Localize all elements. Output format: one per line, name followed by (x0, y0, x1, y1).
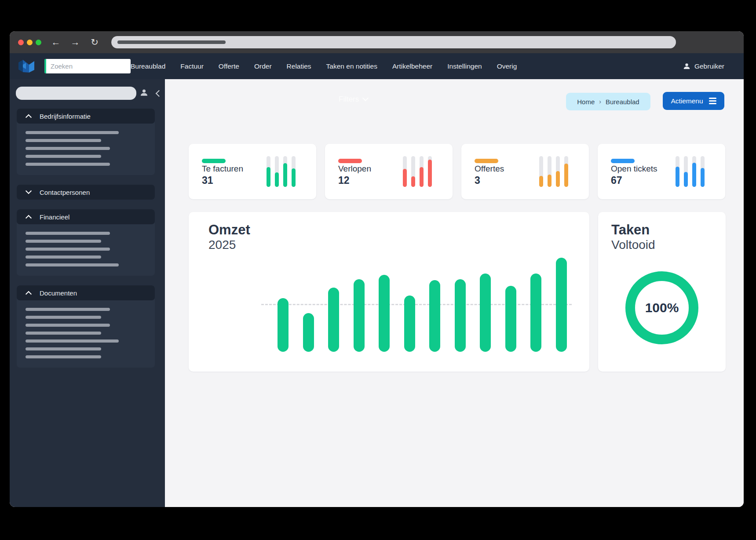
mini-bar-track (548, 156, 551, 187)
breadcrumb-separator-icon: › (599, 98, 601, 105)
back-icon[interactable]: ← (51, 37, 61, 47)
user-label: Gebruiker (694, 62, 724, 70)
mini-bar-track (267, 156, 270, 187)
placeholder-line (26, 147, 110, 150)
nav-item-taken-en-notities[interactable]: Taken en notities (326, 62, 377, 70)
sidebar-section-label: Documenten (40, 289, 77, 297)
stat-value: 3 (475, 175, 480, 186)
chevron-up-icon (26, 215, 32, 221)
hamburger-icon (709, 98, 716, 104)
forward-icon[interactable]: → (70, 37, 80, 47)
filters-button[interactable]: Filters (339, 95, 368, 104)
nav-item-artikelbeheer[interactable]: Artikelbeheer (392, 62, 432, 70)
minimize-button[interactable] (27, 40, 33, 45)
sidebar-section-header-bedrijfsinformatie[interactable]: Bedrijfsinformatie (17, 109, 155, 124)
omzet-bar-12 (556, 258, 567, 352)
mini-bar-fill (548, 175, 551, 187)
sidebar-section-label: Contactpersonen (40, 189, 90, 196)
sidebar-section-label: Bedrijfsinformatie (40, 113, 91, 120)
stat-label: Open tickets (611, 164, 657, 174)
reload-icon[interactable]: ↻ (90, 37, 99, 47)
mini-bar-track (692, 156, 696, 187)
action-menu-label: Actiemenu (671, 97, 703, 105)
url-placeholder-line (117, 40, 226, 44)
placeholder-line (26, 347, 101, 350)
nav-item-relaties[interactable]: Relaties (287, 62, 311, 70)
mini-bar-track (428, 156, 432, 187)
stat-card-offertes[interactable]: Offertes3 (461, 144, 589, 199)
stat-accent-pill (611, 159, 635, 163)
sidebar-person-icon[interactable] (140, 88, 148, 97)
mini-bar-chart (676, 156, 705, 187)
tasks-donut-card: Taken Voltooid 100% (598, 212, 726, 372)
filters-label: Filters (339, 95, 359, 104)
user-icon (683, 62, 690, 70)
placeholder-line (26, 332, 101, 335)
close-button[interactable] (18, 40, 24, 45)
sidebar-section-documenten: Documenten (17, 285, 155, 368)
mini-bar-fill (420, 167, 424, 187)
chevron-down-icon (26, 188, 32, 194)
mini-bar-track (403, 156, 407, 187)
sidebar-section-contactpersonen: Contactpersonen (17, 185, 155, 200)
placeholder-line (26, 139, 101, 142)
nav-item-overig[interactable]: Overig (497, 62, 517, 70)
nav-item-factuur[interactable]: Factuur (180, 62, 204, 70)
stat-cards-row: Te facturen31Verlopen12Offertes3Open tic… (189, 144, 725, 199)
mini-bar-fill (292, 168, 296, 187)
breadcrumb-home[interactable]: Home (577, 98, 595, 106)
stat-accent-pill (475, 159, 498, 163)
mini-bar-fill (275, 172, 279, 187)
sidebar-section-header-contactpersonen[interactable]: Contactpersonen (17, 185, 155, 200)
breadcrumb-current[interactable]: Bureaublad (606, 98, 639, 106)
action-menu-button[interactable]: Actiemenu (663, 92, 724, 110)
stat-card-te-facturen[interactable]: Te facturen31 (189, 144, 316, 199)
stat-card-verlopen[interactable]: Verlopen12 (325, 144, 453, 199)
sidebar-section-header-financieel[interactable]: Financieel (17, 209, 155, 224)
tasks-title: Taken (611, 223, 655, 238)
omzet-chart-card: Omzet 2025 (189, 212, 589, 372)
global-search-input[interactable] (44, 59, 131, 73)
placeholder-line (26, 163, 110, 166)
sidebar-section-body (17, 224, 155, 276)
sidebar-search-input[interactable] (16, 87, 136, 100)
omzet-bar-2 (303, 313, 314, 352)
placeholder-line (26, 263, 119, 266)
omzet-bar-11 (530, 274, 541, 352)
sidebar-collapse-icon[interactable] (156, 90, 163, 97)
tasks-subtitle: Voltooid (611, 238, 655, 252)
mini-bar-fill (684, 172, 688, 187)
mini-bar-fill (701, 168, 705, 187)
address-bar[interactable] (111, 36, 676, 48)
omzet-bar-10 (505, 286, 516, 352)
omzet-bar-4 (354, 279, 365, 352)
mini-bar-chart (267, 156, 296, 187)
sidebar: BedrijfsinformatieContactpersonenFinanci… (10, 79, 165, 507)
nav-item-order[interactable]: Order (254, 62, 272, 70)
stat-card-open-tickets[interactable]: Open tickets67 (598, 144, 725, 199)
breadcrumb: Home › Bureaublad (566, 93, 650, 110)
nav-item-instellingen[interactable]: Instellingen (447, 62, 482, 70)
reference-dashed-line (261, 304, 572, 305)
omzet-bar-1 (278, 298, 289, 352)
mini-bar-track (564, 156, 568, 187)
mini-bar-track (539, 156, 543, 187)
stat-label: Offertes (475, 164, 504, 174)
stat-accent-pill (202, 159, 226, 163)
mini-bar-track (292, 156, 296, 187)
chevron-down-icon (362, 95, 369, 101)
chevron-up-icon (26, 291, 32, 297)
stat-value: 12 (338, 175, 350, 186)
mini-bar-fill (539, 176, 543, 187)
nav-item-bureaublad[interactable]: Bureaublad (131, 62, 165, 70)
sidebar-section-header-documenten[interactable]: Documenten (17, 285, 155, 300)
nav-item-offerte[interactable]: Offerte (219, 62, 239, 70)
mini-bar-track (420, 156, 424, 187)
omzet-year: 2025 (208, 238, 250, 252)
omzet-title: Omzet (208, 223, 250, 238)
zoom-button[interactable] (36, 40, 41, 45)
placeholder-line (26, 316, 101, 319)
omzet-bar-5 (379, 275, 390, 352)
mini-bar-track (411, 156, 415, 187)
user-menu[interactable]: Gebruiker (683, 53, 724, 79)
